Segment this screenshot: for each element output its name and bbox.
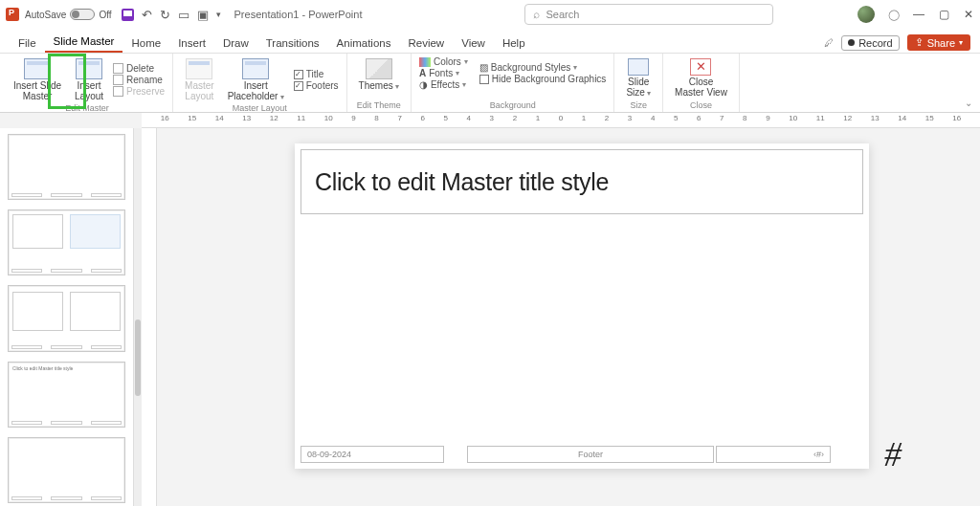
thumbnails-scrollbar[interactable]: [134, 128, 142, 506]
fonts-dropdown[interactable]: AFonts: [419, 68, 468, 78]
slide-canvas[interactable]: Click to edit Master title style 08-09-2…: [157, 128, 980, 506]
ribbon: Insert Slide Master Insert Layout Delete…: [0, 54, 980, 113]
background-styles-dropdown[interactable]: ▨Background Styles: [479, 62, 607, 73]
themes-button[interactable]: Themes: [355, 56, 403, 94]
group-label: Close: [671, 100, 731, 112]
tab-insert[interactable]: Insert: [169, 33, 214, 53]
share-icon: ⇪: [915, 36, 924, 49]
group-label: Background: [419, 100, 606, 112]
effects-dropdown[interactable]: ◑Effects: [419, 79, 468, 90]
thumbnail-layout[interactable]: [8, 134, 125, 200]
thumbnail-layout[interactable]: Click to edit Master title style: [8, 362, 125, 428]
powerpoint-app-icon: [6, 8, 19, 21]
autosave-toggle[interactable]: AutoSave Off: [25, 9, 112, 20]
close-window-button[interactable]: ✕: [963, 8, 974, 21]
master-layout-icon: [186, 58, 212, 79]
tab-help[interactable]: Help: [494, 33, 534, 53]
user-avatar[interactable]: [858, 6, 875, 23]
fonts-icon: A: [419, 68, 426, 78]
thumbnail-layout[interactable]: [8, 437, 125, 503]
undo-icon[interactable]: ↶: [142, 8, 152, 22]
slide-master-icon: [24, 58, 51, 79]
start-from-beginning-icon[interactable]: ▭: [178, 8, 189, 22]
hide-bg-checkbox[interactable]: Hide Background Graphics: [479, 74, 607, 84]
save-icon[interactable]: [122, 9, 134, 21]
tab-view[interactable]: View: [453, 33, 494, 53]
effects-icon: ◑: [419, 79, 428, 90]
slide-thumbnails-pane[interactable]: Click to edit Master title style Click t…: [0, 128, 134, 506]
share-button[interactable]: ⇪Share▾: [907, 34, 970, 51]
tab-slide-master[interactable]: Slide Master: [45, 32, 123, 53]
search-icon: ⌕: [533, 8, 540, 21]
maximize-button[interactable]: ▢: [938, 8, 949, 21]
toggle-off-icon[interactable]: [70, 9, 95, 20]
search-input[interactable]: ⌕ Search: [524, 4, 773, 25]
colors-dropdown[interactable]: Colors: [419, 56, 468, 67]
preserve-button[interactable]: Preserve: [113, 86, 165, 97]
search-placeholder: Search: [546, 9, 579, 20]
checkbox-empty-icon: [479, 75, 489, 84]
slide-layout[interactable]: Click to edit Master title style 08-09-2…: [295, 143, 869, 469]
delete-icon: [113, 63, 123, 74]
date-placeholder[interactable]: 08-09-2024: [301, 446, 444, 463]
close-master-view-button[interactable]: ✕ Close Master View: [671, 56, 731, 99]
master-layout-button: Master Layout: [181, 56, 218, 103]
redo-icon[interactable]: ↻: [160, 8, 170, 22]
coming-soon-icon[interactable]: ◯: [888, 9, 900, 21]
group-background: Colors AFonts ◑Effects ▨Background Style…: [412, 54, 614, 112]
rename-icon: [113, 75, 123, 85]
workspace: Click to edit Master title style Click t…: [0, 128, 980, 506]
insert-slide-master-button[interactable]: Insert Slide Master: [10, 56, 65, 103]
close-icon: ✕: [690, 58, 711, 76]
comments-icon[interactable]: 🖊: [824, 37, 834, 48]
group-edit-master: Insert Slide Master Insert Layout Delete…: [0, 54, 173, 112]
autosave-state: Off: [99, 10, 111, 20]
footers-checkbox[interactable]: ✓Footers: [294, 80, 339, 91]
minimize-button[interactable]: —: [913, 8, 924, 21]
tab-home[interactable]: Home: [122, 33, 169, 53]
placeholder-icon: [242, 58, 269, 79]
insert-layout-button[interactable]: Insert Layout: [71, 56, 107, 103]
slide-size-icon: [628, 58, 649, 76]
slide-size-button[interactable]: Slide Size: [622, 56, 655, 99]
vertical-ruler: [142, 128, 157, 506]
quick-access-toolbar: ↶ ↻ ▭ ▣ ▾: [122, 8, 221, 22]
document-title: Presentation1 - PowerPoint: [234, 9, 363, 20]
slide-number-placeholder[interactable]: ‹#›: [716, 446, 831, 463]
group-label: Size: [622, 100, 655, 112]
tab-file[interactable]: File: [10, 33, 45, 53]
hash-decorative-icon: #: [884, 434, 902, 474]
thumbnail-layout[interactable]: [8, 209, 125, 275]
colors-icon: [419, 57, 431, 67]
qat-dropdown-icon[interactable]: ▾: [216, 10, 221, 19]
title-placeholder[interactable]: Click to edit Master title style: [301, 149, 863, 214]
group-master-layout: Master Layout Insert Placeholder ✓Title …: [173, 54, 347, 112]
bg-styles-icon: ▨: [479, 62, 488, 73]
delete-button[interactable]: Delete: [113, 63, 165, 74]
tab-review[interactable]: Review: [399, 33, 453, 53]
tab-animations[interactable]: Animations: [328, 33, 400, 53]
layout-icon: [76, 58, 102, 79]
checkbox-icon: ✓: [294, 81, 303, 91]
title-bar: AutoSave Off ↶ ↻ ▭ ▣ ▾ Presentation1 - P…: [0, 0, 980, 29]
autosave-label: AutoSave: [25, 10, 66, 20]
group-label: Edit Theme: [355, 100, 403, 112]
preserve-icon: [113, 86, 123, 97]
group-edit-theme: Themes Edit Theme: [347, 54, 412, 112]
title-checkbox[interactable]: ✓Title: [294, 69, 339, 79]
themes-icon: [366, 58, 392, 79]
record-dot-icon: [848, 39, 855, 46]
footer-placeholder[interactable]: Footer: [467, 446, 714, 463]
present-icon[interactable]: ▣: [197, 8, 209, 22]
horizontal-ruler: 1615141312111098765432101234567891011121…: [142, 113, 980, 128]
ribbon-collapse-icon[interactable]: ⌄: [965, 98, 972, 108]
ribbon-tabs: File Slide Master Home Insert Draw Trans…: [0, 29, 980, 54]
record-button[interactable]: Record: [841, 35, 899, 51]
group-size: Slide Size Size: [614, 54, 663, 112]
insert-placeholder-button[interactable]: Insert Placeholder: [224, 56, 288, 103]
tab-draw[interactable]: Draw: [214, 33, 257, 53]
rename-button[interactable]: Rename: [113, 75, 165, 85]
checkbox-icon: ✓: [294, 70, 303, 79]
thumbnail-layout[interactable]: [8, 285, 125, 351]
tab-transitions[interactable]: Transitions: [257, 33, 328, 53]
